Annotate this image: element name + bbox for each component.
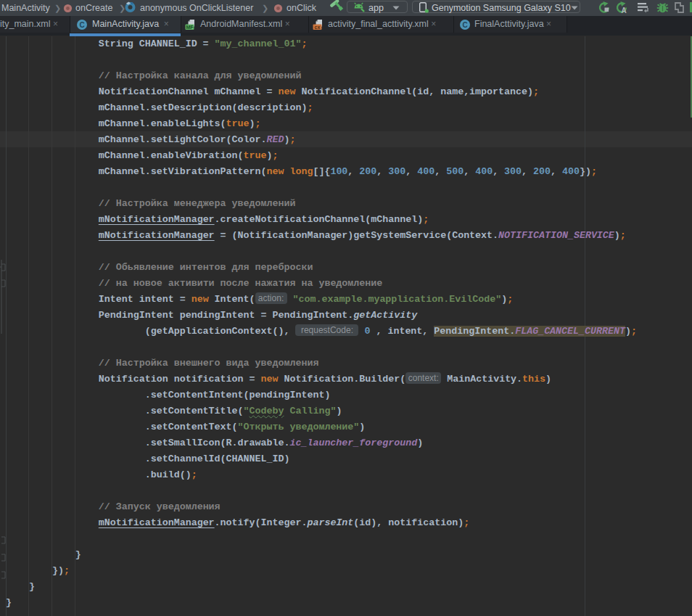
svg-text:A: A (622, 7, 627, 15)
svg-text:C: C (79, 21, 84, 29)
svg-text:cx: cx (315, 25, 321, 30)
svg-text:C: C (462, 21, 467, 29)
svg-text:MF: MF (186, 25, 194, 30)
